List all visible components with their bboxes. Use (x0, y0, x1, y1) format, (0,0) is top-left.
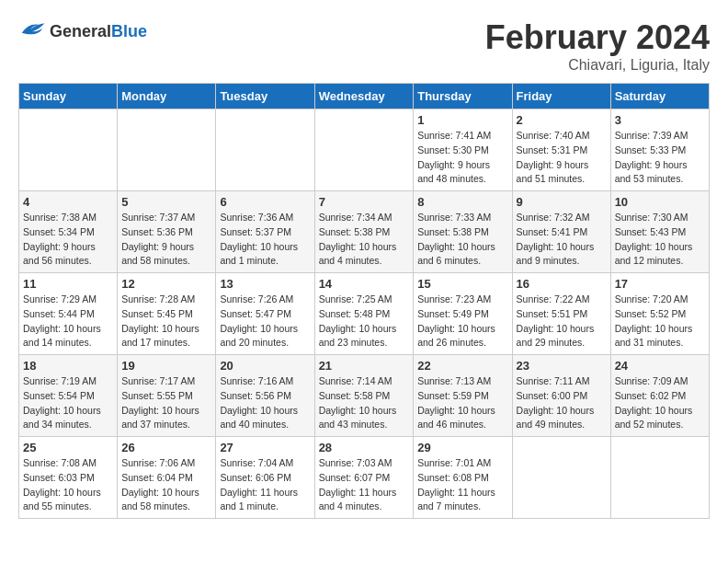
calendar-cell: 20Sunrise: 7:16 AM Sunset: 5:56 PM Dayli… (216, 355, 314, 437)
day-info: Sunrise: 7:13 AM Sunset: 5:59 PM Dayligh… (417, 374, 507, 432)
calendar-row: 18Sunrise: 7:19 AM Sunset: 5:54 PM Dayli… (19, 355, 710, 437)
column-header-monday: Monday (118, 84, 216, 109)
calendar-cell: 26Sunrise: 7:06 AM Sunset: 6:04 PM Dayli… (118, 437, 216, 519)
main-title: February 2024 (485, 18, 710, 57)
column-header-friday: Friday (512, 84, 610, 109)
calendar-cell: 5Sunrise: 7:37 AM Sunset: 5:36 PM Daylig… (118, 191, 216, 273)
day-number: 19 (121, 359, 211, 373)
logo-icon (18, 18, 46, 44)
calendar-cell: 13Sunrise: 7:26 AM Sunset: 5:47 PM Dayli… (216, 273, 314, 355)
logo: GeneralBlue (18, 18, 147, 44)
calendar-cell: 15Sunrise: 7:23 AM Sunset: 5:49 PM Dayli… (414, 273, 512, 355)
calendar-cell: 9Sunrise: 7:32 AM Sunset: 5:41 PM Daylig… (512, 191, 610, 273)
calendar-cell: 25Sunrise: 7:08 AM Sunset: 6:03 PM Dayli… (19, 437, 118, 519)
calendar-cell: 6Sunrise: 7:36 AM Sunset: 5:37 PM Daylig… (216, 191, 314, 273)
calendar-cell: 29Sunrise: 7:01 AM Sunset: 6:08 PM Dayli… (414, 437, 512, 519)
calendar-row: 4Sunrise: 7:38 AM Sunset: 5:34 PM Daylig… (19, 191, 710, 273)
day-info: Sunrise: 7:33 AM Sunset: 5:38 PM Dayligh… (417, 211, 507, 269)
day-number: 25 (23, 441, 113, 454)
day-number: 27 (220, 441, 310, 454)
day-info: Sunrise: 7:25 AM Sunset: 5:48 PM Dayligh… (319, 293, 410, 350)
page-header: GeneralBlue February 2024 Chiavari, Ligu… (18, 18, 710, 74)
day-number: 12 (121, 277, 211, 291)
logo-text: GeneralBlue (50, 22, 147, 41)
logo-general: General (50, 22, 111, 40)
day-number: 18 (23, 359, 113, 373)
day-info: Sunrise: 7:41 AM Sunset: 5:30 PM Dayligh… (417, 129, 507, 187)
calendar-cell: 2Sunrise: 7:40 AM Sunset: 5:31 PM Daylig… (512, 109, 610, 191)
day-info: Sunrise: 7:22 AM Sunset: 5:51 PM Dayligh… (517, 293, 607, 350)
day-number: 29 (417, 441, 507, 454)
calendar-row: 25Sunrise: 7:08 AM Sunset: 6:03 PM Dayli… (19, 437, 710, 519)
calendar-cell: 3Sunrise: 7:39 AM Sunset: 5:33 PM Daylig… (610, 109, 709, 191)
calendar-cell: 12Sunrise: 7:28 AM Sunset: 5:45 PM Dayli… (118, 273, 216, 355)
calendar-cell: 11Sunrise: 7:29 AM Sunset: 5:44 PM Dayli… (19, 273, 118, 355)
day-info: Sunrise: 7:36 AM Sunset: 5:37 PM Dayligh… (220, 211, 310, 269)
day-number: 23 (517, 359, 607, 373)
day-info: Sunrise: 7:08 AM Sunset: 6:03 PM Dayligh… (23, 456, 113, 514)
calendar-cell (512, 437, 610, 519)
subtitle: Chiavari, Liguria, Italy (485, 57, 710, 74)
day-number: 5 (121, 195, 211, 209)
column-header-saturday: Saturday (610, 84, 709, 109)
day-info: Sunrise: 7:38 AM Sunset: 5:34 PM Dayligh… (23, 211, 113, 269)
day-info: Sunrise: 7:01 AM Sunset: 6:08 PM Dayligh… (417, 456, 507, 514)
day-number: 6 (220, 195, 310, 209)
day-number: 24 (615, 359, 705, 373)
day-info: Sunrise: 7:26 AM Sunset: 5:47 PM Dayligh… (220, 293, 310, 350)
day-number: 1 (417, 113, 507, 127)
day-info: Sunrise: 7:04 AM Sunset: 6:06 PM Dayligh… (220, 456, 310, 514)
day-number: 17 (615, 277, 705, 291)
day-number: 8 (417, 195, 507, 209)
calendar-cell: 14Sunrise: 7:25 AM Sunset: 5:48 PM Dayli… (314, 273, 414, 355)
day-info: Sunrise: 7:39 AM Sunset: 5:33 PM Dayligh… (615, 129, 705, 187)
calendar-cell: 24Sunrise: 7:09 AM Sunset: 6:02 PM Dayli… (610, 355, 709, 437)
column-header-wednesday: Wednesday (314, 84, 414, 109)
calendar-cell: 28Sunrise: 7:03 AM Sunset: 6:07 PM Dayli… (314, 437, 414, 519)
day-info: Sunrise: 7:23 AM Sunset: 5:49 PM Dayligh… (417, 293, 507, 350)
day-number: 3 (615, 113, 705, 127)
calendar-cell: 4Sunrise: 7:38 AM Sunset: 5:34 PM Daylig… (19, 191, 118, 273)
calendar-cell (610, 437, 709, 519)
day-number: 7 (319, 195, 410, 209)
day-info: Sunrise: 7:37 AM Sunset: 5:36 PM Dayligh… (121, 211, 211, 269)
day-number: 21 (319, 359, 410, 373)
day-info: Sunrise: 7:06 AM Sunset: 6:04 PM Dayligh… (121, 456, 211, 514)
calendar-cell: 27Sunrise: 7:04 AM Sunset: 6:06 PM Dayli… (216, 437, 314, 519)
day-number: 28 (319, 441, 410, 454)
calendar-cell: 17Sunrise: 7:20 AM Sunset: 5:52 PM Dayli… (610, 273, 709, 355)
day-info: Sunrise: 7:28 AM Sunset: 5:45 PM Dayligh… (121, 293, 211, 350)
day-info: Sunrise: 7:20 AM Sunset: 5:52 PM Dayligh… (615, 293, 705, 350)
logo-blue: Blue (111, 22, 147, 40)
calendar-cell: 7Sunrise: 7:34 AM Sunset: 5:38 PM Daylig… (314, 191, 414, 273)
day-info: Sunrise: 7:29 AM Sunset: 5:44 PM Dayligh… (23, 293, 113, 350)
calendar-cell: 10Sunrise: 7:30 AM Sunset: 5:43 PM Dayli… (610, 191, 709, 273)
day-info: Sunrise: 7:30 AM Sunset: 5:43 PM Dayligh… (615, 211, 705, 269)
day-info: Sunrise: 7:34 AM Sunset: 5:38 PM Dayligh… (319, 211, 410, 269)
day-number: 16 (517, 277, 607, 291)
calendar-header-row: SundayMondayTuesdayWednesdayThursdayFrid… (19, 84, 710, 109)
calendar-cell: 21Sunrise: 7:14 AM Sunset: 5:58 PM Dayli… (314, 355, 414, 437)
calendar-cell: 22Sunrise: 7:13 AM Sunset: 5:59 PM Dayli… (414, 355, 512, 437)
day-number: 14 (319, 277, 410, 291)
day-number: 20 (220, 359, 310, 373)
calendar-cell: 23Sunrise: 7:11 AM Sunset: 6:00 PM Dayli… (512, 355, 610, 437)
day-info: Sunrise: 7:32 AM Sunset: 5:41 PM Dayligh… (517, 211, 607, 269)
day-info: Sunrise: 7:03 AM Sunset: 6:07 PM Dayligh… (319, 456, 410, 514)
calendar-cell: 1Sunrise: 7:41 AM Sunset: 5:30 PM Daylig… (414, 109, 512, 191)
day-info: Sunrise: 7:09 AM Sunset: 6:02 PM Dayligh… (615, 374, 705, 432)
column-header-tuesday: Tuesday (216, 84, 314, 109)
calendar-cell: 19Sunrise: 7:17 AM Sunset: 5:55 PM Dayli… (118, 355, 216, 437)
calendar-cell (118, 109, 216, 191)
day-number: 13 (220, 277, 310, 291)
calendar-cell (314, 109, 414, 191)
day-number: 22 (417, 359, 507, 373)
day-number: 2 (517, 113, 607, 127)
day-info: Sunrise: 7:40 AM Sunset: 5:31 PM Dayligh… (517, 129, 607, 187)
calendar-cell: 8Sunrise: 7:33 AM Sunset: 5:38 PM Daylig… (414, 191, 512, 273)
day-number: 26 (121, 441, 211, 454)
day-number: 4 (23, 195, 113, 209)
day-number: 10 (615, 195, 705, 209)
column-header-thursday: Thursday (414, 84, 512, 109)
calendar-cell: 18Sunrise: 7:19 AM Sunset: 5:54 PM Dayli… (19, 355, 118, 437)
